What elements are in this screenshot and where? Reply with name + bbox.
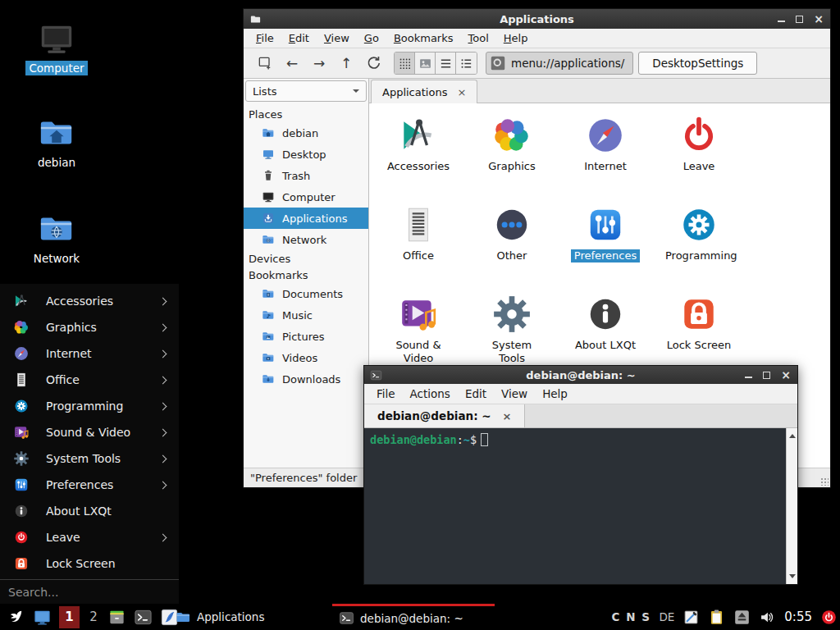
clock[interactable]: 0:55 <box>784 609 812 624</box>
sidebar-item-downloads[interactable]: Downloads <box>244 368 368 390</box>
menu-item-leave[interactable]: Leave <box>0 524 179 550</box>
app-category-sound-video[interactable]: Sound & Video <box>372 288 465 377</box>
close-button[interactable]: × <box>781 371 791 379</box>
tab-applications[interactable]: Applications × <box>371 80 477 103</box>
back-button[interactable]: ← <box>281 52 304 74</box>
keyboard-indicator[interactable]: C N S <box>612 610 651 623</box>
sidebar-item-debian[interactable]: debian <box>244 122 368 144</box>
file-manager-launcher[interactable] <box>107 608 126 627</box>
workspace-1-button[interactable]: 1 <box>59 606 80 628</box>
thumbnail-view-button[interactable] <box>415 52 436 74</box>
app-category-other[interactable]: Other <box>465 199 559 288</box>
app-category-programming[interactable]: Programming <box>652 199 746 288</box>
tab-close-icon[interactable]: × <box>503 410 512 422</box>
accessories-icon <box>13 293 30 309</box>
menubar-item-file[interactable]: File <box>369 387 403 400</box>
terminal-launcher[interactable] <box>134 608 153 627</box>
desktop-icon-debian[interactable]: debian <box>19 114 94 170</box>
menu-item-about-lxqt[interactable]: About LXQt <box>0 498 179 524</box>
app-category-label: Office <box>399 249 437 262</box>
menubar-item-view[interactable]: View <box>494 387 535 400</box>
up-button[interactable]: ↑ <box>335 52 358 74</box>
sidebar-item-applications[interactable]: Applications <box>244 208 368 229</box>
maximize-button[interactable] <box>763 372 770 379</box>
scroll-up-icon[interactable] <box>789 431 796 438</box>
minimize-button[interactable] <box>778 21 785 22</box>
terminal-titlebar[interactable]: debian@debian: ~ × <box>364 366 797 384</box>
desktop-settings-button[interactable]: DesktopSettings <box>638 52 757 75</box>
tab-close-icon[interactable]: × <box>457 86 466 98</box>
app-category-system-tools[interactable]: System Tools <box>465 288 559 377</box>
scroll-down-icon[interactable] <box>789 574 796 582</box>
screenshot-tool-icon[interactable] <box>682 609 700 626</box>
app-category-preferences[interactable]: Preferences <box>559 199 652 288</box>
app-category-about-lxqt[interactable]: About LXQt <box>559 288 652 377</box>
application-menu: AccessoriesGraphicsInternetOfficeProgram… <box>0 284 179 604</box>
sidebar-item-music[interactable]: Music <box>244 304 368 326</box>
sidebar-item-videos[interactable]: Videos <box>244 347 368 368</box>
sidebar-item-pictures[interactable]: Pictures <box>244 326 368 347</box>
taskbar-task-applications[interactable]: Applications <box>169 604 271 630</box>
sidebar-item-desktop[interactable]: Desktop <box>244 144 368 165</box>
compact-view-button[interactable] <box>456 52 477 74</box>
keyboard-layout[interactable]: DE <box>659 610 674 623</box>
clipboard-manager-icon[interactable] <box>708 609 725 626</box>
sidebar-item-documents[interactable]: Documents <box>244 283 368 304</box>
sidebar-item-network[interactable]: Network <box>244 229 368 250</box>
menubar-item-go[interactable]: Go <box>357 32 386 44</box>
menu-item-office[interactable]: Office <box>0 367 179 393</box>
workspace-2-button[interactable]: 2 <box>87 609 100 624</box>
menubar-item-file[interactable]: File <box>249 32 281 44</box>
menu-item-preferences[interactable]: Preferences <box>0 472 179 498</box>
terminal-content[interactable]: debian@debian:~$ <box>364 428 797 584</box>
main-menu-button[interactable] <box>7 608 25 627</box>
menu-item-system-tools[interactable]: System Tools <box>0 445 179 472</box>
desktop-icon-network[interactable]: Network <box>19 210 94 266</box>
menubar-item-bookmarks[interactable]: Bookmarks <box>386 32 461 44</box>
app-category-office[interactable]: Office <box>372 199 465 288</box>
menu-item-graphics[interactable]: Graphics <box>0 314 179 340</box>
menu-item-internet[interactable]: Internet <box>0 340 179 367</box>
minimize-button[interactable] <box>745 377 752 378</box>
app-category-leave[interactable]: Leave <box>652 109 746 199</box>
menubar-item-actions[interactable]: Actions <box>403 387 458 400</box>
resize-grip[interactable] <box>820 477 829 486</box>
menu-item-sound-video[interactable]: Sound & Video <box>0 419 179 445</box>
menubar-item-help[interactable]: Help <box>496 32 536 44</box>
sidebar-item-computer[interactable]: Computer <box>244 186 368 208</box>
menubar-item-tool[interactable]: Tool <box>461 32 496 44</box>
terminal-tab[interactable]: debian@debian: ~ × <box>364 404 525 427</box>
menubar-item-edit[interactable]: Edit <box>281 32 317 44</box>
desktop-icon-computer[interactable]: Computer <box>19 20 94 75</box>
app-category-lock-screen[interactable]: Lock Screen <box>652 288 746 377</box>
app-category-internet[interactable]: Internet <box>559 109 652 199</box>
menubar-item-help[interactable]: Help <box>535 387 575 400</box>
volume-icon[interactable] <box>759 609 776 626</box>
menubar-item-edit[interactable]: Edit <box>458 387 494 400</box>
app-category-label: Accessories <box>384 160 453 173</box>
app-category-accessories[interactable]: Accessories <box>372 109 465 199</box>
forward-button[interactable]: → <box>308 52 331 74</box>
maximize-button[interactable] <box>796 16 803 23</box>
menu-item-lock-screen[interactable]: Lock Screen <box>0 550 179 577</box>
terminal-scrollbar[interactable] <box>786 428 797 584</box>
taskbar-task-debian-debian[interactable]: debian@debian: ~ <box>332 604 495 630</box>
sidebar-item-trash[interactable]: Trash <box>244 165 368 186</box>
new-tab-button[interactable] <box>253 52 276 74</box>
icon-view-button[interactable] <box>395 52 415 74</box>
close-button[interactable]: × <box>814 15 824 23</box>
show-desktop-button[interactable] <box>33 608 52 627</box>
menu-search-input[interactable]: Search... <box>0 579 179 604</box>
address-bar[interactable]: menu://applications/ <box>486 52 633 75</box>
app-category-graphics[interactable]: Graphics <box>465 109 559 199</box>
fm-titlebar[interactable]: Applications × <box>244 9 830 29</box>
menu-item-programming[interactable]: Programming <box>0 393 179 419</box>
refresh-button[interactable] <box>362 52 385 74</box>
menubar-item-view[interactable]: View <box>317 32 357 44</box>
removable-media-icon[interactable] <box>733 609 751 626</box>
folder-music-icon <box>262 308 275 322</box>
menu-item-accessories[interactable]: Accessories <box>0 288 179 314</box>
sidebar-mode-select[interactable]: Lists <box>245 80 367 102</box>
detailed-list-view-button[interactable] <box>436 52 456 74</box>
power-button[interactable] <box>820 609 838 626</box>
